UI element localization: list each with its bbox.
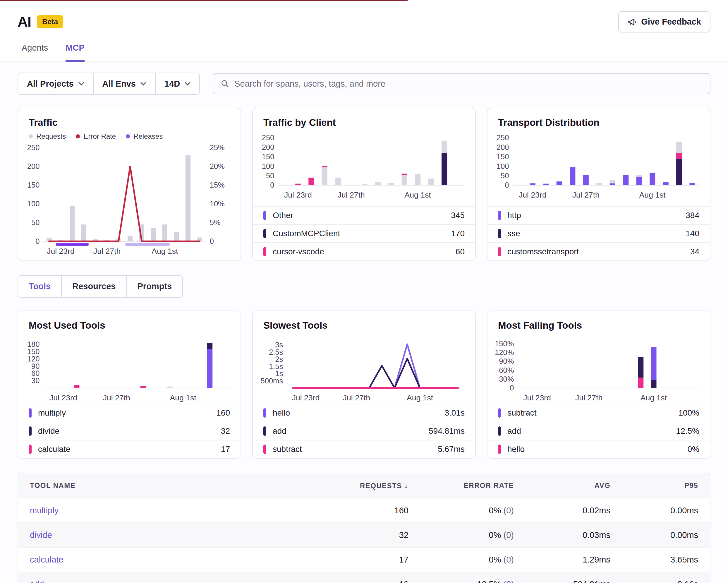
series-value: 170 <box>451 229 465 238</box>
svg-text:250: 250 <box>497 133 509 142</box>
tool-name-link[interactable]: calculate <box>30 555 63 564</box>
legend-row[interactable]: add594.81ms <box>253 422 475 440</box>
series-swatch-icon <box>29 408 32 417</box>
legend-row[interactable]: hello3.01s <box>253 404 475 422</box>
svg-text:0: 0 <box>270 181 274 189</box>
card-title: Most Failing Tools <box>498 320 699 331</box>
table-row[interactable]: divide320% (0)0.03ms0.00ms <box>18 523 710 547</box>
give-feedback-button[interactable]: Give Feedback <box>618 11 710 32</box>
legend-label: Error Rate <box>83 132 116 141</box>
subtab-resources[interactable]: Resources <box>61 276 126 297</box>
legend-row[interactable]: http384 <box>488 206 710 224</box>
legend-row[interactable]: cursor-vscode60 <box>253 242 475 260</box>
series-swatch-icon <box>498 408 501 417</box>
legend-row[interactable]: add12.5% <box>488 422 710 440</box>
p95-value: 3.16s <box>622 580 710 583</box>
tool-name-link[interactable]: add <box>30 580 44 583</box>
series-swatch-icon <box>263 247 266 256</box>
table-row[interactable]: multiply1600% (0)0.02ms0.00ms <box>18 498 710 523</box>
avg-value: 1.29ms <box>525 555 622 564</box>
svg-text:200: 200 <box>27 162 40 170</box>
traffic-chart: 25020015010050025%20%15%10%5%0Jul 23rdJu… <box>23 144 235 256</box>
svg-text:0: 0 <box>505 181 509 189</box>
tab-agents[interactable]: Agents <box>22 43 48 61</box>
legend-row[interactable]: subtract100% <box>488 404 710 422</box>
legend-row[interactable]: hello0% <box>488 440 710 458</box>
series-swatch-icon <box>498 211 501 220</box>
svg-text:Jul 23rd: Jul 23rd <box>523 394 551 402</box>
legend-row[interactable]: customssetransport34 <box>488 242 710 260</box>
svg-text:Aug 1st: Aug 1st <box>407 394 433 402</box>
svg-text:50: 50 <box>501 172 509 180</box>
svg-text:Jul 27th: Jul 27th <box>338 191 365 199</box>
series-swatch-icon <box>263 211 266 220</box>
p95-value: 3.65ms <box>622 555 710 564</box>
series-swatch-icon <box>263 426 266 436</box>
series-name: hello <box>273 408 290 417</box>
error-count: (0) <box>503 506 514 515</box>
mcp-subtabs: Tools Resources Prompts <box>18 275 183 298</box>
project-filter-button[interactable]: All Projects <box>18 73 93 94</box>
slowest-tools-chart: 3s2.5s2s1.5s1s500msJul 23rdJul 27thAug 1… <box>258 336 470 403</box>
failing-chart-svg: 150%120%90%60%30%0Jul 23rdJul 27thAug 1s… <box>493 336 705 403</box>
col-avg[interactable]: AVG <box>525 481 622 490</box>
col-error-rate[interactable]: ERROR RATE <box>420 481 525 490</box>
card-title: Traffic <box>29 117 230 128</box>
search-bar[interactable] <box>213 73 710 94</box>
svg-text:250: 250 <box>262 133 275 142</box>
series-name: calculate <box>38 445 71 454</box>
legend-row[interactable]: subtract5.67ms <box>253 440 475 458</box>
legend-label: Requests <box>36 132 66 141</box>
legend-row[interactable]: divide32 <box>18 422 240 440</box>
chevron-down-icon <box>78 82 84 85</box>
requests-value: 160 <box>332 506 420 515</box>
beta-badge: Beta <box>37 15 63 28</box>
svg-text:Jul 23rd: Jul 23rd <box>519 191 547 199</box>
date-range-button[interactable]: 14D <box>155 73 199 94</box>
svg-text:0: 0 <box>510 384 514 392</box>
svg-text:Jul 27th: Jul 27th <box>575 394 602 402</box>
series-swatch-icon <box>498 247 501 256</box>
legend-row[interactable]: multiply160 <box>18 404 240 422</box>
chevron-down-icon <box>185 82 190 85</box>
tab-mcp[interactable]: MCP <box>66 43 84 62</box>
svg-text:150%: 150% <box>495 339 514 348</box>
col-p95[interactable]: P95 <box>622 481 710 490</box>
sort-desc-icon: ↓ <box>405 481 409 490</box>
requests-value: 32 <box>332 530 420 540</box>
series-value: 60 <box>456 247 465 256</box>
subtab-prompts[interactable]: Prompts <box>126 276 183 297</box>
charts-row-1: Traffic RequestsError RateReleases 25020… <box>18 108 710 261</box>
charts-row-2: Most Used Tools 180150120906030Jul 23rdJ… <box>18 310 710 459</box>
env-filter-button[interactable]: All Envs <box>93 73 155 94</box>
legend-row[interactable]: Other345 <box>253 206 475 224</box>
search-input[interactable] <box>234 79 702 89</box>
series-name: cursor-vscode <box>273 247 324 256</box>
traffic-by-client-card: Traffic by Client 250200150100500Jul 23r… <box>252 108 476 261</box>
traffic-by-client-chart: 250200150100500Jul 23rdJul 27thAug 1st <box>258 133 470 200</box>
svg-text:Jul 23rd: Jul 23rd <box>292 394 320 402</box>
svg-text:150: 150 <box>497 152 509 161</box>
tool-name-link[interactable]: divide <box>30 530 52 540</box>
svg-text:90%: 90% <box>499 357 514 365</box>
tool-name-link[interactable]: multiply <box>30 506 58 515</box>
series-name: http <box>508 211 521 220</box>
series-name: hello <box>508 445 525 454</box>
col-requests[interactable]: REQUESTS↓ <box>332 481 420 490</box>
series-value: 17 <box>221 445 230 454</box>
legend-row[interactable]: calculate17 <box>18 440 240 458</box>
svg-text:Aug 1st: Aug 1st <box>641 394 667 402</box>
svg-text:20%: 20% <box>210 162 225 170</box>
legend-row[interactable]: CustomMCPClient170 <box>253 224 475 242</box>
svg-text:120%: 120% <box>495 348 514 356</box>
table-row[interactable]: calculate170% (0)1.29ms3.65ms <box>18 547 710 572</box>
table-row[interactable]: add1612.5% (2)594.81ms3.16s <box>18 572 710 583</box>
subtab-tools[interactable]: Tools <box>18 276 61 297</box>
transport-distribution-chart: 250200150100500Jul 23rdJul 27thAug 1st <box>493 133 705 200</box>
project-filter-label: All Projects <box>27 79 74 89</box>
legend-row[interactable]: sse140 <box>488 224 710 242</box>
col-tool-name[interactable]: TOOL NAME <box>18 481 332 490</box>
svg-text:Aug 1st: Aug 1st <box>152 247 178 255</box>
card-title: Slowest Tools <box>263 320 465 331</box>
series-swatch-icon <box>263 408 266 417</box>
